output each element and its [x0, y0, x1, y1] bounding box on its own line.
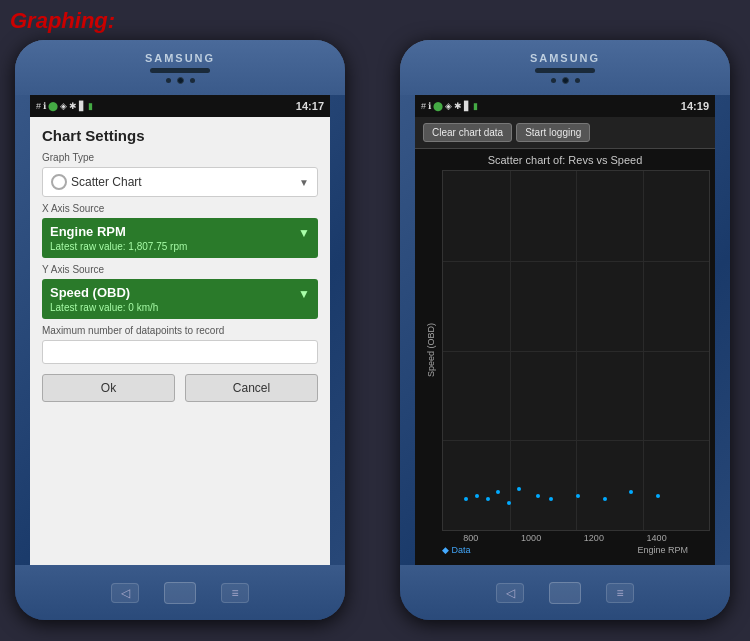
status-icon-obd-r: ◈	[445, 101, 452, 111]
x-axis-arrow: ▼	[298, 226, 310, 240]
x-axis-value: Engine RPM	[50, 224, 187, 239]
status-icon-bt: ✱	[69, 101, 77, 111]
status-time-right: 14:19	[681, 100, 709, 112]
samsung-logo-right: SAMSUNG	[530, 52, 600, 64]
graph-type-label: Graph Type	[42, 152, 318, 163]
scatter-point-2	[475, 494, 479, 498]
menu-btn-left[interactable]: ≡	[221, 583, 249, 603]
ok-button[interactable]: Ok	[42, 374, 175, 402]
x-axis-ticks: 800 1000 1200 1400	[420, 531, 710, 543]
scatter-point-4	[496, 490, 500, 494]
status-bar-right: # ℹ ⬤ ◈ ✱ ▋ ▮ 14:19	[415, 95, 715, 117]
scatter-point-11	[629, 490, 633, 494]
home-btn-left[interactable]	[164, 582, 196, 604]
back-btn-left[interactable]: ◁	[111, 583, 139, 603]
scatter-point-10	[603, 497, 607, 501]
camera-row-right	[551, 77, 580, 84]
speaker-left	[150, 68, 210, 73]
phone-bottom-left: ◁ ≡	[15, 565, 345, 620]
back-btn-right[interactable]: ◁	[496, 583, 524, 603]
scatter-point-9	[576, 494, 580, 498]
battery-icon-left: ▮	[88, 101, 93, 111]
graph-type-dropdown[interactable]: Scatter Chart ▼	[42, 167, 318, 197]
scatter-point-1	[464, 497, 468, 501]
phone-top-left: SAMSUNG	[15, 40, 345, 95]
status-icon-s-r: ⬤	[433, 101, 443, 111]
page-title: Graphing:	[10, 8, 115, 34]
status-icon-bt-r: ✱	[454, 101, 462, 111]
y-axis-dropdown[interactable]: Speed (OBD) Latest raw value: 0 km/h ▼	[42, 279, 318, 319]
settings-title: Chart Settings	[42, 127, 318, 144]
phone-top-right: SAMSUNG	[400, 40, 730, 95]
x-tick-1000: 1000	[521, 533, 541, 543]
menu-btn-right[interactable]: ≡	[606, 583, 634, 603]
screen-left: # ℹ ⬤ ◈ ✱ ▋ ▮ 14:17 Chart Settings Graph…	[30, 95, 330, 565]
home-btn-right[interactable]	[549, 582, 581, 604]
status-icon-hash-r: #	[421, 101, 426, 111]
chart-plot	[442, 170, 710, 531]
x-tick-800: 800	[463, 533, 478, 543]
max-points-label: Maximum number of datapoints to record	[42, 325, 318, 336]
x-tick-1400: 1400	[647, 533, 667, 543]
y-axis-arrow: ▼	[298, 287, 310, 301]
scatter-chart-area: Scatter chart of: Revs vs Speed Speed (O…	[415, 149, 715, 565]
y-axis-raw: Latest raw value: 0 km/h	[50, 302, 158, 313]
page-background: Graphing: SAMSUNG # ℹ ⬤ ◈ ✱	[0, 0, 750, 641]
status-icon-obd: ◈	[60, 101, 67, 111]
status-icon-info: ℹ	[43, 101, 46, 111]
x-axis-dropdown[interactable]: Engine RPM Latest raw value: 1,807.75 rp…	[42, 218, 318, 258]
max-points-input[interactable]	[42, 340, 318, 364]
sensor-dot-left	[166, 78, 171, 83]
camera-row-left	[166, 77, 195, 84]
status-icon-s: ⬤	[48, 101, 58, 111]
clear-chart-button[interactable]: Clear chart data	[423, 123, 512, 142]
x-axis-label-chart: Engine RPM	[637, 545, 688, 555]
grid-v3	[643, 171, 644, 530]
chart-legend-label: ◆ Data	[442, 545, 471, 555]
status-icons-left: # ℹ ⬤ ◈ ✱ ▋ ▮	[36, 101, 293, 111]
phone-left: SAMSUNG # ℹ ⬤ ◈ ✱ ▋ ▮ 14:	[15, 40, 345, 620]
y-axis-value: Speed (OBD)	[50, 285, 158, 300]
screen-right: # ℹ ⬤ ◈ ✱ ▋ ▮ 14:19 Clear chart data Sta…	[415, 95, 715, 565]
signal-icon-left: ▋	[79, 101, 86, 111]
scatter-point-5	[507, 501, 511, 505]
x-tick-1200: 1200	[584, 533, 604, 543]
sensor-dot-right	[551, 78, 556, 83]
scatter-point-6	[517, 487, 521, 491]
status-icon-hash: #	[36, 101, 41, 111]
grid-v2	[576, 171, 577, 530]
scatter-point-7	[536, 494, 540, 498]
camera-dot-right	[562, 77, 569, 84]
chart-settings-panel: Chart Settings Graph Type Scatter Chart …	[30, 117, 330, 565]
x-axis-footer: ◆ Data Engine RPM	[420, 543, 710, 555]
sensor-dot2-right	[575, 78, 580, 83]
phone-right: SAMSUNG # ℹ ⬤ ◈ ✱ ▋ ▮ 14:	[400, 40, 730, 620]
battery-icon-right: ▮	[473, 101, 478, 111]
status-time-left: 14:17	[296, 100, 324, 112]
app-toolbar-right: Clear chart data Start logging	[415, 117, 715, 149]
y-axis-label-chart: Speed (OBD)	[426, 323, 436, 377]
scatter-point-8	[549, 497, 553, 501]
sensor-dot2-left	[190, 78, 195, 83]
x-axis-label: X Axis Source	[42, 203, 318, 214]
y-axis-label: Y Axis Source	[42, 264, 318, 275]
grid-v1	[510, 171, 511, 530]
dropdown-arrow-graph: ▼	[299, 177, 309, 188]
status-icon-info-r: ℹ	[428, 101, 431, 111]
status-bar-left: # ℹ ⬤ ◈ ✱ ▋ ▮ 14:17	[30, 95, 330, 117]
graph-type-value: Scatter Chart	[71, 175, 142, 189]
x-axis-raw: Latest raw value: 1,807.75 rpm	[50, 241, 187, 252]
phone-bottom-right: ◁ ≡	[400, 565, 730, 620]
scatter-point-3	[486, 497, 490, 501]
speaker-right	[535, 68, 595, 73]
scatter-point-12	[656, 494, 660, 498]
status-icons-right: # ℹ ⬤ ◈ ✱ ▋ ▮	[421, 101, 678, 111]
chart-title: Scatter chart of: Revs vs Speed	[420, 154, 710, 166]
radio-button	[51, 174, 67, 190]
camera-dot-left	[177, 77, 184, 84]
samsung-logo-left: SAMSUNG	[145, 52, 215, 64]
cancel-button[interactable]: Cancel	[185, 374, 318, 402]
start-logging-button[interactable]: Start logging	[516, 123, 590, 142]
ok-cancel-row: Ok Cancel	[42, 374, 318, 402]
signal-icon-right: ▋	[464, 101, 471, 111]
